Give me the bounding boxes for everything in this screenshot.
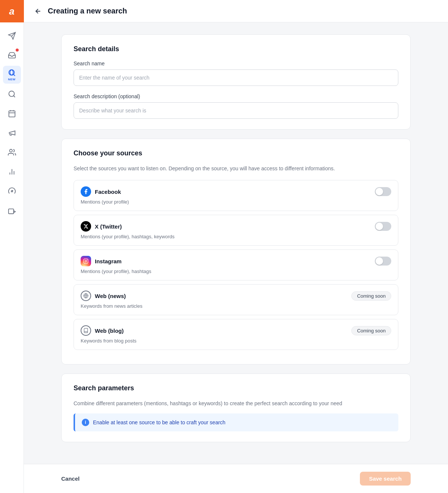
save-button[interactable]: Save search bbox=[360, 472, 411, 486]
megaphone-icon bbox=[8, 129, 16, 137]
sidebar-item-analytics[interactable] bbox=[3, 163, 21, 181]
info-banner: i Enable at least one source to be able … bbox=[74, 413, 398, 431]
globe-search-icon bbox=[8, 69, 16, 77]
send-icon bbox=[8, 32, 16, 40]
svg-point-10 bbox=[9, 149, 12, 152]
svg-rect-6 bbox=[9, 111, 15, 117]
source-row-facebook: Facebook Mentions (your profile) bbox=[74, 180, 398, 211]
facebook-desc: Mentions (your profile) bbox=[81, 199, 391, 205]
web-news-desc: Keywords from news articles bbox=[81, 303, 391, 309]
source-name-wrap-facebook: Facebook bbox=[81, 186, 121, 197]
page-footer: Cancel Save search bbox=[24, 464, 448, 493]
back-button[interactable] bbox=[33, 6, 43, 16]
sidebar-item-users[interactable] bbox=[3, 143, 21, 161]
search-details-card: Search details Search name Search descri… bbox=[61, 34, 411, 130]
sidebar: a NEW bbox=[0, 0, 24, 493]
source-name-wrap-instagram: Instagram bbox=[81, 256, 122, 266]
sources-card: Choose your sources Select the sources y… bbox=[61, 139, 411, 365]
twitter-toggle[interactable] bbox=[375, 222, 391, 231]
sidebar-item-megaphone[interactable] bbox=[3, 124, 21, 142]
inbox-icon bbox=[8, 51, 16, 59]
source-row-instagram: Instagram Mentions (your profile), hasht… bbox=[74, 249, 398, 280]
svg-point-4 bbox=[9, 91, 14, 97]
source-row-web-news: Web (news) Coming soon Keywords from new… bbox=[74, 284, 398, 315]
video-icon bbox=[8, 207, 16, 215]
web-news-name: Web (news) bbox=[95, 293, 126, 299]
sidebar-item-calendar[interactable] bbox=[3, 105, 21, 123]
search-desc-field: Search description (optional) bbox=[74, 93, 398, 119]
web-blog-name: Web (blog) bbox=[95, 328, 124, 334]
info-icon: i bbox=[82, 419, 89, 426]
instagram-name: Instagram bbox=[95, 258, 122, 264]
facebook-icon bbox=[81, 186, 91, 197]
source-name-wrap-web-blog: Web (blog) bbox=[81, 325, 124, 336]
sidebar-item-gauge[interactable] bbox=[3, 182, 21, 200]
search-icon bbox=[8, 90, 16, 98]
search-name-input[interactable] bbox=[74, 69, 398, 86]
sources-title: Choose your sources bbox=[74, 149, 398, 157]
svg-point-19 bbox=[85, 260, 87, 262]
web-blog-icon bbox=[81, 325, 91, 336]
facebook-name: Facebook bbox=[95, 189, 121, 195]
back-arrow-icon bbox=[34, 7, 42, 15]
main-content: Creating a new search Search details Sea… bbox=[24, 0, 448, 493]
web-blog-desc: Keywords from blog posts bbox=[81, 338, 391, 344]
page-header: Creating a new search bbox=[24, 0, 448, 22]
search-desc-label: Search description (optional) bbox=[74, 93, 398, 99]
web-news-icon bbox=[81, 291, 91, 301]
page-title: Creating a new search bbox=[48, 7, 127, 15]
app-logo[interactable]: a bbox=[0, 0, 24, 22]
new-badge-label: NEW bbox=[8, 78, 15, 81]
sidebar-item-search[interactable] bbox=[3, 85, 21, 103]
sidebar-item-new-search[interactable]: NEW bbox=[3, 66, 21, 84]
svg-rect-16 bbox=[8, 209, 13, 214]
bar-chart-icon bbox=[8, 168, 16, 176]
svg-rect-18 bbox=[84, 259, 88, 263]
facebook-toggle[interactable] bbox=[375, 187, 391, 196]
search-name-field: Search name bbox=[74, 61, 398, 93]
search-params-card: Search parameters Combine different para… bbox=[61, 373, 411, 442]
instagram-icon bbox=[81, 256, 91, 266]
search-desc-input[interactable] bbox=[74, 102, 398, 119]
source-name-wrap-twitter: X (Twitter) bbox=[81, 221, 122, 232]
info-banner-text: Enable at least one source to be able to… bbox=[93, 419, 225, 425]
source-name-wrap-web-news: Web (news) bbox=[81, 291, 126, 301]
instagram-desc: Mentions (your profile), hashtags bbox=[81, 269, 391, 274]
search-params-subtitle: Combine different parameters (mentions, … bbox=[74, 400, 398, 407]
sidebar-item-send[interactable] bbox=[3, 27, 21, 45]
twitter-desc: Mentions (your profile), hashtags, keywo… bbox=[81, 234, 391, 239]
source-row-twitter: X (Twitter) Mentions (your profile), has… bbox=[74, 215, 398, 246]
page-content: Search details Search name Search descri… bbox=[24, 22, 448, 464]
twitter-name: X (Twitter) bbox=[95, 223, 122, 230]
sources-subtitle: Select the sources you want to listen on… bbox=[74, 165, 398, 173]
cancel-button[interactable]: Cancel bbox=[61, 472, 80, 485]
logo-letter: a bbox=[9, 6, 14, 17]
svg-point-20 bbox=[87, 260, 87, 260]
instagram-toggle[interactable] bbox=[375, 257, 391, 266]
sidebar-item-video[interactable] bbox=[3, 202, 21, 220]
gauge-icon bbox=[8, 187, 16, 195]
twitter-icon bbox=[81, 221, 91, 232]
inbox-badge bbox=[16, 49, 19, 52]
search-details-title: Search details bbox=[74, 45, 398, 53]
svg-line-5 bbox=[13, 96, 15, 97]
search-params-title: Search parameters bbox=[74, 384, 398, 392]
svg-line-3 bbox=[13, 74, 15, 76]
sidebar-item-inbox[interactable] bbox=[3, 46, 21, 64]
source-row-web-blog: Web (blog) Coming soon Keywords from blo… bbox=[74, 319, 398, 350]
search-name-label: Search name bbox=[74, 61, 398, 66]
sidebar-nav: NEW bbox=[0, 22, 24, 224]
users-icon bbox=[8, 148, 16, 156]
calendar-icon bbox=[8, 109, 16, 118]
web-news-coming-soon: Coming soon bbox=[351, 291, 391, 301]
web-blog-coming-soon: Coming soon bbox=[351, 326, 391, 335]
